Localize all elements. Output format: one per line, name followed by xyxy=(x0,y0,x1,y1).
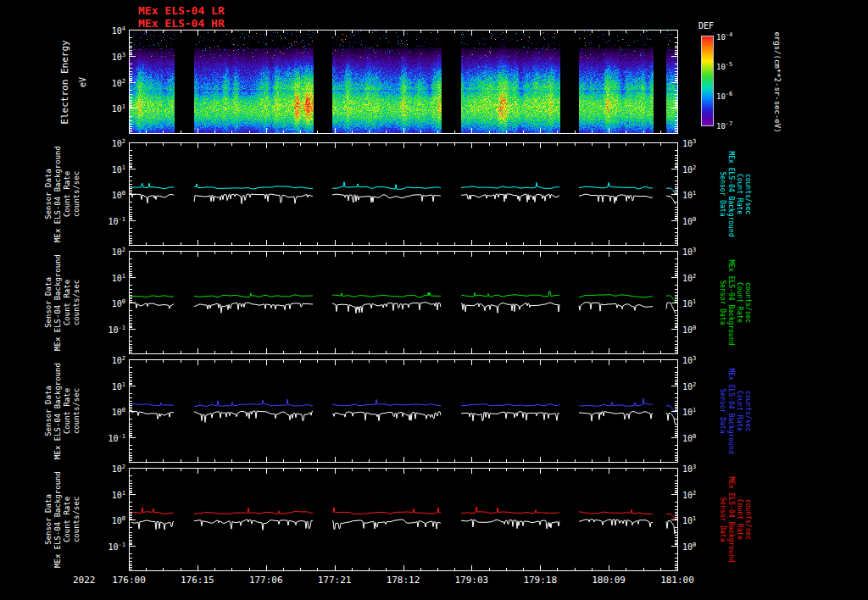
count-rate-panel-2 xyxy=(129,251,678,354)
spectrogram-heatmap xyxy=(129,30,678,134)
panel-3-y-axis-label: counts/sec xyxy=(72,388,81,434)
x-axis-tick-label: 179:03 xyxy=(446,575,497,586)
colorbar-tick: 10-6 xyxy=(716,90,732,101)
panel-3-y-axis-label: MEx ELS-04 Background xyxy=(53,363,62,459)
panel-4-y-axis-label: counts/sec xyxy=(72,497,81,542)
panel-1-y-axis-label: Count Rate xyxy=(63,171,71,217)
panel-1-y-axis-label: counts/sec xyxy=(72,171,81,217)
panel-1-left-tick: 10-1 xyxy=(75,215,125,226)
panel-3-right-tick: 102 xyxy=(682,381,696,392)
panel-3-y-axis-label: Count Rate xyxy=(63,388,71,434)
panel-4-right-label: MEx ELS-04 Background xyxy=(727,476,735,562)
panel-3-left-tick: 100 xyxy=(75,406,125,417)
panel-2-left-tick: 100 xyxy=(75,297,125,308)
x-axis-tick-label: 176:00 xyxy=(103,575,154,586)
panel-4-left-tick: 100 xyxy=(75,514,125,525)
panel-1-right-label: MEx ELS-04 Background xyxy=(727,151,735,236)
count-rate-panel-4 xyxy=(129,468,678,571)
panel-2-left-tick: 101 xyxy=(75,272,125,283)
panel-3-right-label: MEx ELS-04 Background xyxy=(727,368,735,453)
panel-4-y-axis-label: Count Rate xyxy=(63,497,71,542)
panel-3-right-label: Count Rate xyxy=(736,391,743,431)
panel-4-right-label: Sensor Data xyxy=(719,497,726,542)
x-axis-tick-label: 180:09 xyxy=(583,575,634,586)
panel-2-right-label: Sensor Data xyxy=(719,281,726,325)
spectrogram-y-tick: 104 xyxy=(75,25,125,36)
panel-3-left-tick: 10-1 xyxy=(75,432,125,443)
spectrogram-y-axis-label: Electron Energy xyxy=(59,40,70,124)
panel-1-left-tick: 102 xyxy=(75,137,125,148)
panel-2-right-tick: 102 xyxy=(682,272,696,283)
panel-3-left-tick: 101 xyxy=(75,381,125,392)
plot-title-lr: MEx ELS-04 LR xyxy=(138,5,225,17)
colorbar-units-label: ergs/(cm**2-sr-sec-eV) xyxy=(773,31,782,132)
mex-els-plot-screen: MEx ELS-04 LR MEx ELS-04 HR Electron Ene… xyxy=(0,0,868,600)
panel-2-y-axis-label: Count Rate xyxy=(63,280,71,325)
x-axis-tick-label: 176:15 xyxy=(172,575,223,586)
panel-1-right-label: Sensor Data xyxy=(719,172,726,217)
plot-title-hr: MEx ELS-04 HR xyxy=(138,18,225,30)
spectrogram-y-tick: 102 xyxy=(75,77,125,88)
panel-4-right-tick: 103 xyxy=(682,463,696,474)
panel-1-left-tick: 100 xyxy=(75,189,125,200)
x-axis-tick-label: 177:21 xyxy=(309,575,360,586)
panel-4-y-axis-label: MEx ELS-04 Background xyxy=(53,471,62,568)
panel-1-right-tick: 100 xyxy=(682,215,696,226)
x-axis-tick-label: 181:00 xyxy=(652,575,703,586)
panel-3-left-tick: 102 xyxy=(75,354,125,365)
panel-1-right-tick: 102 xyxy=(682,164,696,175)
panel-2-left-tick: 102 xyxy=(75,246,125,257)
spectrogram-y-tick: 101 xyxy=(75,103,125,114)
panel-2-right-label: counts/sec xyxy=(744,282,752,323)
panel-3-right-label: Sensor Data xyxy=(719,389,726,434)
panel-3-right-tick: 103 xyxy=(682,354,696,365)
colorbar-tick: 10-7 xyxy=(716,119,732,131)
colorbar-tick: 10-4 xyxy=(716,31,732,42)
panel-3-right-tick: 100 xyxy=(682,432,696,443)
panel-2-y-axis-label: Sensor Data xyxy=(44,277,53,328)
panel-2-y-axis-label: counts/sec xyxy=(72,280,81,325)
panel-2-y-axis-label: MEx ELS-04 Background xyxy=(53,254,62,351)
panel-4-left-tick: 101 xyxy=(75,489,125,500)
panel-4-y-axis-label: Sensor Data xyxy=(44,494,53,545)
panel-1-right-label: counts/sec xyxy=(744,174,752,214)
count-rate-panel-3 xyxy=(129,359,678,463)
colorbar-gradient xyxy=(701,36,714,126)
spectrogram-y-tick: 103 xyxy=(75,51,125,62)
panel-4-left-tick: 102 xyxy=(75,463,125,474)
panel-2-right-tick: 101 xyxy=(682,297,696,308)
panel-1-left-tick: 101 xyxy=(75,164,125,175)
panel-3-right-tick: 101 xyxy=(682,406,696,417)
panel-2-left-tick: 10-1 xyxy=(75,324,125,335)
panel-2-right-label: Count Rate xyxy=(736,282,743,323)
panel-4-left-tick: 10-1 xyxy=(75,541,125,552)
panel-1-right-tick: 103 xyxy=(682,137,696,148)
x-axis-year: 2022 xyxy=(73,575,96,585)
panel-4-right-tick: 101 xyxy=(682,514,696,525)
panel-4-right-tick: 100 xyxy=(682,541,696,552)
panel-3-y-axis-label: Sensor Data xyxy=(44,386,53,436)
x-axis-tick-label: 177:06 xyxy=(241,575,292,586)
colorbar-tick: 10-5 xyxy=(716,60,732,71)
count-rate-panel-1 xyxy=(129,142,678,246)
panel-2-right-tick: 100 xyxy=(682,324,696,335)
panel-4-right-label: counts/sec xyxy=(744,499,752,540)
x-axis-tick-label: 178:12 xyxy=(378,575,429,586)
panel-1-right-label: Count Rate xyxy=(736,174,743,214)
panel-2-right-tick: 103 xyxy=(682,246,696,257)
panel-3-right-label: counts/sec xyxy=(744,391,752,431)
panel-4-right-label: Count Rate xyxy=(736,499,743,540)
panel-1-right-tick: 101 xyxy=(682,189,696,200)
x-axis-tick-label: 179:18 xyxy=(515,575,565,586)
colorbar-title: DEF xyxy=(698,21,714,31)
panel-1-y-axis-label: Sensor Data xyxy=(44,169,53,219)
panel-4-right-tick: 102 xyxy=(682,489,696,500)
panel-2-right-label: MEx ELS-04 Background xyxy=(727,259,735,345)
panel-1-y-axis-label: MEx ELS-04 Background xyxy=(53,146,62,242)
